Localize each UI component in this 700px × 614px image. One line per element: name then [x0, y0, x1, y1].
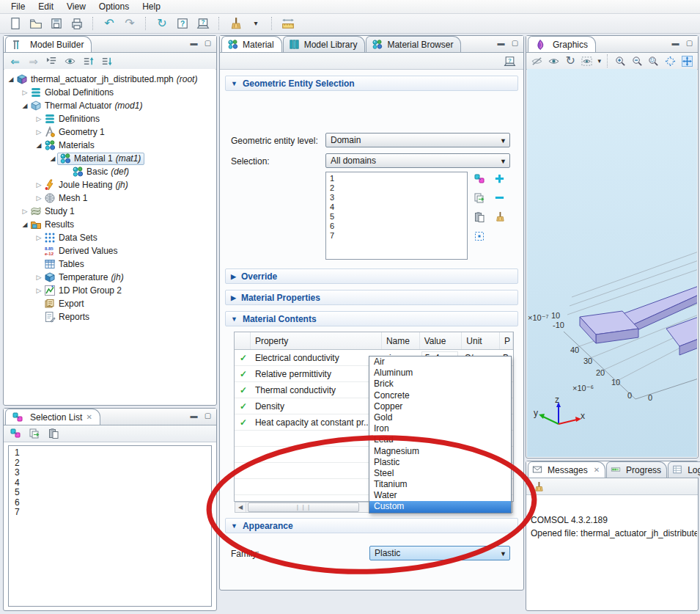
tab-material[interactable]: Material [221, 36, 282, 52]
domain-list-item[interactable]: 2 [330, 183, 467, 193]
tree-expand-icon[interactable]: ▷ [34, 128, 43, 136]
zoom-extents-icon[interactable] [664, 54, 677, 68]
section-material-properties[interactable]: ▶ Material Properties [225, 290, 518, 305]
domain-list-item[interactable]: 7 [330, 231, 467, 241]
tree-expand-icon[interactable]: ◢ [21, 102, 29, 109]
dropdown-option-magnesium[interactable]: Magnesium [369, 446, 511, 457]
help-icon[interactable]: ? [504, 55, 516, 67]
dropdown-option-custom[interactable]: Custom [369, 501, 511, 512]
zoom-out-icon[interactable] [631, 54, 644, 68]
tree-expand-icon[interactable]: ◢ [7, 76, 15, 83]
tree-item-basic[interactable]: Basic(def) [4, 165, 215, 178]
minimize-button[interactable]: ▬ [496, 39, 506, 47]
column-header-unit[interactable]: Unit [462, 332, 500, 349]
selection-list-item[interactable]: 4 [15, 478, 211, 489]
column-header-property[interactable]: Property [251, 332, 382, 349]
domain-list-item[interactable]: 4 [330, 202, 467, 212]
close-icon[interactable]: ✕ [86, 413, 92, 421]
tab-messages[interactable]: Messages✕ [528, 461, 605, 478]
menu-help[interactable]: Help [136, 1, 167, 12]
column-header-name[interactable]: Name [382, 332, 420, 349]
dropdown-option-concrete[interactable]: Concrete [369, 390, 511, 401]
tree-item-definitions[interactable]: ▷Definitions [4, 112, 215, 125]
tree-expand-icon[interactable]: ▷ [21, 208, 29, 215]
link-icon[interactable] [8, 426, 23, 441]
tree-item-results[interactable]: ◢Results [4, 218, 215, 231]
section-appearance[interactable]: ▼ Appearance [225, 518, 518, 533]
forward-icon[interactable]: ⇒ [26, 54, 40, 68]
paste-icon[interactable] [46, 426, 61, 441]
tree-expand-icon[interactable]: ▷ [34, 234, 43, 241]
tree-item-tables[interactable]: Tables [4, 257, 215, 271]
tree-item-derived-values[interactable]: 8.85e-12Derived Values [4, 244, 215, 257]
tree-expand-icon[interactable]: ◢ [48, 155, 57, 162]
tree-expand-icon[interactable]: ◢ [34, 142, 43, 149]
tree-item-material-1[interactable]: ◢Material 1(mat1) [4, 152, 215, 165]
save-icon[interactable] [48, 15, 65, 32]
selection-list-item[interactable]: 7 [15, 508, 211, 518]
menu-edit[interactable]: Edit [32, 1, 60, 12]
help-icon[interactable]: ? [174, 15, 191, 32]
maximize-button[interactable]: ▢ [203, 412, 213, 420]
domain-selection-listbox[interactable]: 1234567 [325, 172, 468, 260]
dropdown-option-air[interactable]: Air [369, 357, 511, 368]
tab-model-library[interactable]: Model Library [283, 36, 366, 52]
selection-list-item[interactable]: 5 [15, 488, 211, 498]
tree-item-mesh-1[interactable]: ▷Mesh 1 [4, 191, 215, 205]
eye-off-icon[interactable] [531, 54, 543, 68]
tree-expand-icon[interactable]: ▷ [34, 287, 43, 294]
dropdown-option-iron[interactable]: Iron [369, 423, 511, 434]
print-icon[interactable] [69, 15, 85, 32]
tab-model-builder[interactable]: Model Builder [5, 36, 92, 52]
graphics-canvas[interactable]: z y x ×10⁻⁷10-1040302010×10⁻⁶00 [527, 69, 697, 457]
scrollbar-grip[interactable]: ❘❘❘ [248, 502, 359, 512]
tree-item-temperature[interactable]: ▷Temperature(jh) [4, 271, 215, 284]
tree-item-export[interactable]: Export [4, 297, 215, 310]
tree-item-global-definitions[interactable]: ▷Global Definitions [4, 86, 215, 99]
tree-item-materials[interactable]: ◢Materials [4, 139, 215, 152]
column-header-value[interactable]: Value [420, 332, 463, 349]
broom-icon[interactable] [531, 479, 545, 494]
open-icon[interactable] [28, 15, 44, 32]
zoom-box-icon[interactable] [647, 54, 660, 68]
column-header-p[interactable]: P [500, 332, 513, 349]
maximize-button[interactable]: ▢ [510, 39, 520, 47]
menu-file[interactable]: File [4, 1, 32, 12]
zoom-in-icon[interactable] [614, 54, 627, 68]
dropdown-option-copper[interactable]: Copper [369, 401, 511, 412]
paste-icon[interactable] [473, 211, 485, 223]
copy-out-icon[interactable] [27, 426, 42, 441]
clear-icon[interactable] [227, 15, 243, 32]
tree-item-study-1[interactable]: ▷Study 1 [4, 205, 215, 218]
tree-expand-icon[interactable]: ▷ [21, 89, 29, 96]
family-combo[interactable]: Plastic ▼ [369, 546, 510, 560]
domain-list-item[interactable]: 3 [330, 193, 467, 202]
column-header-status[interactable] [235, 332, 251, 349]
copy-out-icon[interactable] [473, 191, 485, 204]
section-override[interactable]: ▶ Override [225, 268, 518, 284]
zoomsel-icon[interactable] [473, 230, 485, 242]
new-file-icon[interactable] [7, 15, 23, 32]
move-up-icon[interactable] [81, 54, 95, 68]
tree-expand-icon[interactable]: ▷ [34, 274, 43, 281]
measure-icon[interactable] [280, 15, 296, 32]
tree-item-joule-heating[interactable]: ▷Joule Heating(jh) [4, 178, 215, 191]
dropdown-option-steel[interactable]: Steel [369, 468, 511, 479]
domain-list-item[interactable]: 5 [330, 212, 467, 222]
tree-item-data-sets[interactable]: ▷Data Sets [4, 231, 215, 244]
tab-graphics[interactable]: Graphics [528, 36, 596, 52]
tab-log[interactable]: Log [668, 461, 700, 478]
move-down-icon[interactable] [100, 54, 114, 68]
minimize-button[interactable]: ▬ [189, 412, 199, 420]
tree-item-reports[interactable]: Reports [4, 310, 215, 324]
tab-selection-list[interactable]: Selection List ✕ [5, 409, 100, 425]
sync-icon[interactable]: ↻ [154, 15, 170, 32]
broom-icon[interactable] [493, 211, 506, 223]
section-geometric-entity-selection[interactable]: ▼ Geometric Entity Selection [225, 76, 518, 91]
domain-list-item[interactable]: 6 [330, 222, 467, 231]
help-doc-icon[interactable]: ? [195, 15, 211, 32]
close-icon[interactable]: ✕ [594, 466, 600, 474]
tree-item-thermal-actuator-jh-distributed-mph[interactable]: ◢thermal_actuator_jh_distributed.mph(roo… [4, 73, 215, 86]
back-icon[interactable]: ⇐ [8, 54, 22, 68]
tree-expand-icon[interactable]: ▷ [34, 181, 43, 189]
